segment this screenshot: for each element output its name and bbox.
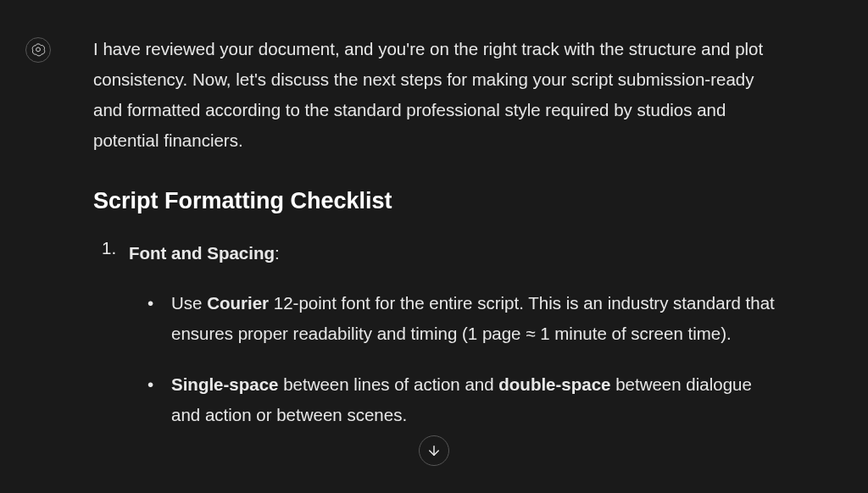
intro-paragraph: I have reviewed your document, and you'r…	[93, 34, 783, 156]
checklist: Font and Spacing: Use Courier 12-point f…	[93, 238, 783, 430]
list-item-title-suffix: :	[275, 243, 280, 263]
list-item: Font and Spacing: Use Courier 12-point f…	[129, 238, 783, 430]
arrow-down-icon	[426, 443, 442, 458]
bullet-item: Single-space between lines of action and…	[171, 369, 783, 430]
bullet-item: Use Courier 12-point font for the entire…	[171, 288, 783, 349]
scroll-down-button[interactable]	[419, 435, 449, 466]
assistant-message: I have reviewed your document, and you'r…	[0, 0, 868, 451]
section-heading: Script Formatting Checklist	[93, 188, 783, 214]
bullet-bold: Courier	[207, 293, 269, 313]
message-content: I have reviewed your document, and you'r…	[93, 34, 783, 451]
bullet-bold: double-space	[498, 374, 610, 394]
bullet-bold: Single-space	[171, 374, 278, 394]
assistant-avatar	[25, 37, 51, 63]
bullet-list: Use Courier 12-point font for the entire…	[129, 288, 783, 430]
list-item-title: Font and Spacing:	[129, 238, 783, 269]
openai-logo-icon	[31, 42, 46, 58]
bullet-text: between lines of action and	[278, 374, 498, 394]
bullet-prefix: Use	[171, 293, 207, 313]
list-item-title-bold: Font and Spacing	[129, 243, 275, 263]
